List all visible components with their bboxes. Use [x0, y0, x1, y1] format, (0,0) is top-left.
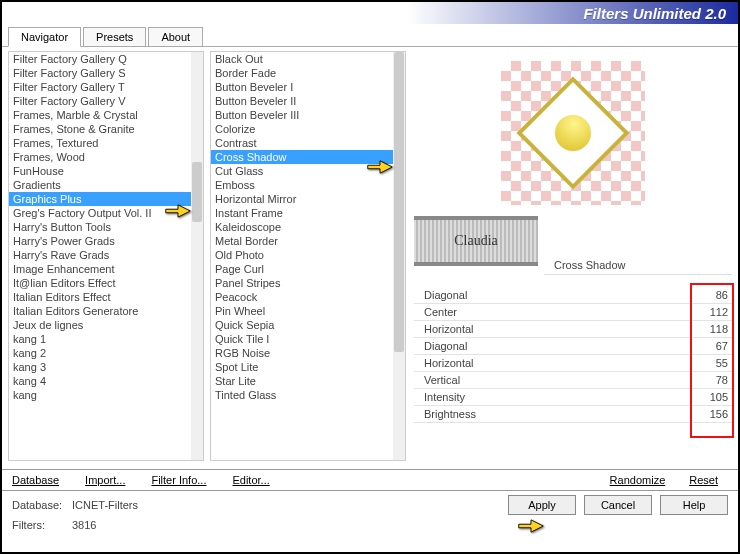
filter-item[interactable]: Metal Border: [211, 234, 393, 248]
param-value: 78: [688, 374, 728, 386]
filter-item[interactable]: Black Out: [211, 52, 393, 66]
filter-list[interactable]: Black OutBorder FadeButton Beveler IButt…: [210, 51, 406, 461]
category-item[interactable]: Harry's Rave Grads: [9, 248, 191, 262]
filter-item[interactable]: Button Beveler III: [211, 108, 393, 122]
param-value: 105: [688, 391, 728, 403]
filter-item[interactable]: Button Beveler II: [211, 94, 393, 108]
category-item[interactable]: Image Enhancement: [9, 262, 191, 276]
filter-item[interactable]: Border Fade: [211, 66, 393, 80]
param-value: 112: [688, 306, 728, 318]
db-value: ICNET-Filters: [72, 499, 138, 511]
category-item[interactable]: Frames, Stone & Granite: [9, 122, 191, 136]
status-bar: Database: ICNET-Filters Apply Cancel Hel…: [2, 491, 738, 519]
filter-item[interactable]: Instant Frame: [211, 206, 393, 220]
filter-item[interactable]: Emboss: [211, 178, 393, 192]
filter-item[interactable]: Tinted Glass: [211, 388, 393, 402]
scrollbar[interactable]: [191, 52, 203, 460]
editor-button[interactable]: Editor...: [232, 474, 269, 486]
param-value: 118: [688, 323, 728, 335]
import-button[interactable]: Import...: [85, 474, 125, 486]
category-item[interactable]: Frames, Marble & Crystal: [9, 108, 191, 122]
filter-item[interactable]: Star Lite: [211, 374, 393, 388]
category-item[interactable]: FunHouse: [9, 164, 191, 178]
scrollbar[interactable]: [393, 52, 405, 460]
filter-item[interactable]: Spot Lite: [211, 360, 393, 374]
category-item[interactable]: Frames, Wood: [9, 150, 191, 164]
right-panel: Claudia Cross Shadow Diagonal86Center112…: [414, 51, 732, 465]
scroll-thumb[interactable]: [192, 162, 202, 222]
scroll-thumb[interactable]: [394, 52, 404, 352]
param-row[interactable]: Center112: [414, 304, 732, 321]
filter-item[interactable]: Kaleidoscope: [211, 220, 393, 234]
tab-about[interactable]: About: [148, 27, 203, 46]
preview-image: [501, 61, 645, 205]
filters-value: 3816: [72, 519, 96, 531]
category-item[interactable]: kang: [9, 388, 191, 402]
param-label: Horizontal: [424, 323, 688, 335]
database-button[interactable]: Database: [12, 474, 59, 486]
category-item[interactable]: Italian Editors Effect: [9, 290, 191, 304]
filter-item[interactable]: Horizontal Mirror: [211, 192, 393, 206]
param-label: Vertical: [424, 374, 688, 386]
filter-item[interactable]: Quick Tile I: [211, 332, 393, 346]
help-button[interactable]: Help: [660, 495, 728, 515]
param-label: Diagonal: [424, 340, 688, 352]
filter-item[interactable]: Old Photo: [211, 248, 393, 262]
param-label: Horizontal: [424, 357, 688, 369]
category-item[interactable]: Italian Editors Generatore: [9, 304, 191, 318]
param-row[interactable]: Brightness156: [414, 406, 732, 423]
filter-info-button[interactable]: Filter Info...: [151, 474, 206, 486]
filter-item[interactable]: Cut Glass: [211, 164, 393, 178]
category-item[interactable]: Filter Factory Gallery S: [9, 66, 191, 80]
filter-item[interactable]: Pin Wheel: [211, 304, 393, 318]
category-item[interactable]: kang 4: [9, 374, 191, 388]
param-row[interactable]: Diagonal67: [414, 338, 732, 355]
category-item[interactable]: Filter Factory Gallery T: [9, 80, 191, 94]
category-item[interactable]: Jeux de lignes: [9, 318, 191, 332]
category-item[interactable]: Harry's Power Grads: [9, 234, 191, 248]
category-item[interactable]: Filter Factory Gallery Q: [9, 52, 191, 66]
category-item[interactable]: kang 2: [9, 346, 191, 360]
status-bar-2: Filters: 3816: [2, 519, 738, 535]
category-item[interactable]: Gradients: [9, 178, 191, 192]
param-value: 67: [688, 340, 728, 352]
filter-item[interactable]: Panel Stripes: [211, 276, 393, 290]
category-item[interactable]: Graphics Plus: [9, 192, 191, 206]
category-item[interactable]: Greg's Factory Output Vol. II: [9, 206, 191, 220]
param-row[interactable]: Vertical78: [414, 372, 732, 389]
tabs: Navigator Presets About: [2, 24, 738, 47]
params-panel: Diagonal86Center112Horizontal118Diagonal…: [414, 287, 732, 423]
toolbar: Database Import... Filter Info... Editor…: [2, 469, 738, 491]
param-row[interactable]: Horizontal55: [414, 355, 732, 372]
filter-item[interactable]: Cross Shadow: [211, 150, 393, 164]
filter-item[interactable]: Button Beveler I: [211, 80, 393, 94]
filter-item[interactable]: Peacock: [211, 290, 393, 304]
tab-presets[interactable]: Presets: [83, 27, 146, 46]
filter-item[interactable]: RGB Noise: [211, 346, 393, 360]
param-label: Intensity: [424, 391, 688, 403]
filter-item[interactable]: Quick Sepia: [211, 318, 393, 332]
cancel-button[interactable]: Cancel: [584, 495, 652, 515]
filter-item[interactable]: Contrast: [211, 136, 393, 150]
app-title: Filters Unlimited 2.0: [583, 5, 726, 22]
param-row[interactable]: Horizontal118: [414, 321, 732, 338]
param-row[interactable]: Intensity105: [414, 389, 732, 406]
filter-item[interactable]: Colorize: [211, 122, 393, 136]
param-value: 156: [688, 408, 728, 420]
reset-button[interactable]: Reset: [689, 474, 718, 486]
apply-button[interactable]: Apply: [508, 495, 576, 515]
category-item[interactable]: Harry's Button Tools: [9, 220, 191, 234]
category-item[interactable]: Frames, Textured: [9, 136, 191, 150]
param-row[interactable]: Diagonal86: [414, 287, 732, 304]
param-value: 86: [688, 289, 728, 301]
category-item[interactable]: kang 3: [9, 360, 191, 374]
randomize-button[interactable]: Randomize: [610, 474, 666, 486]
title-bar: Filters Unlimited 2.0: [2, 2, 738, 24]
tab-navigator[interactable]: Navigator: [8, 27, 81, 47]
category-list[interactable]: Filter Factory Gallery QFilter Factory G…: [8, 51, 204, 461]
category-item[interactable]: It@lian Editors Effect: [9, 276, 191, 290]
param-label: Center: [424, 306, 688, 318]
category-item[interactable]: kang 1: [9, 332, 191, 346]
filter-item[interactable]: Page Curl: [211, 262, 393, 276]
category-item[interactable]: Filter Factory Gallery V: [9, 94, 191, 108]
